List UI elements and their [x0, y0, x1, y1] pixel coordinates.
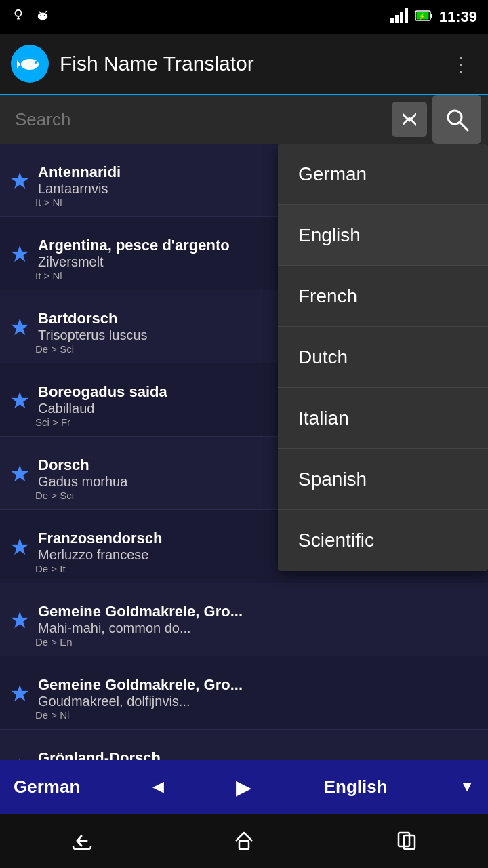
dropdown-item-label: French — [298, 285, 357, 307]
language-dropdown[interactable]: German English French Dutch Italian Span… — [278, 144, 488, 571]
item-badge: De > En — [35, 636, 73, 648]
dropdown-item-label: Spanish — [298, 469, 367, 490]
item-badge: De > Sci — [35, 490, 74, 501]
item-badge: Sci > Fr — [35, 416, 70, 428]
item-badge: It > Nl — [35, 197, 62, 208]
svg-line-7 — [45, 11, 47, 12]
dropdown-item-spanish[interactable]: Spanish — [278, 449, 488, 510]
svg-line-6 — [39, 11, 41, 12]
direction-arrow-icon: ▶ — [236, 775, 251, 799]
search-clear-button[interactable] — [392, 102, 427, 137]
svg-point-3 — [38, 12, 48, 20]
item-sub: Mahi-mahi, common do... — [38, 620, 479, 636]
notification-icon — [11, 8, 26, 26]
svg-point-0 — [15, 9, 21, 16]
star-icon: ★ — [9, 167, 30, 194]
dropdown-item-german[interactable]: German — [278, 144, 488, 205]
item-text: Gemeine Goldmakrele, Gro... Goudmakreel,… — [38, 676, 479, 709]
app-bar: Fish Name Translator ⋮ — [0, 34, 488, 95]
item-name: Gemeine Goldmakrele, Gro... — [38, 676, 479, 694]
overflow-menu-button[interactable]: ⋮ — [446, 47, 477, 81]
battery-icon: ⚡ — [415, 9, 432, 25]
dropdown-item-label: Italian — [298, 408, 349, 429]
svg-rect-9 — [395, 15, 399, 23]
list-item[interactable]: ★ Gemeine Goldmakrele, Gro... Mahi-mahi,… — [0, 583, 488, 656]
android-icon — [35, 8, 50, 26]
bottom-language-bar: German ◀ ▶ English ▼ — [0, 760, 488, 814]
svg-point-5 — [44, 15, 45, 16]
svg-marker-17 — [17, 60, 20, 68]
svg-point-18 — [35, 61, 37, 64]
back-button[interactable] — [47, 821, 115, 861]
app-logo — [11, 45, 49, 83]
item-badge: De > Sci — [35, 343, 74, 355]
star-icon: ★ — [9, 240, 30, 267]
star-icon: ★ — [9, 387, 30, 414]
item-text: Gemeine Goldmakrele, Gro... Mahi-mahi, c… — [38, 603, 479, 636]
svg-point-4 — [40, 15, 41, 16]
dropdown-item-dutch[interactable]: Dutch — [278, 327, 488, 388]
dropdown-item-label: German — [298, 163, 367, 185]
star-icon: ★ — [9, 313, 30, 340]
svg-rect-11 — [405, 8, 408, 23]
recents-button[interactable] — [373, 821, 441, 861]
list-item[interactable]: ★ Gemeine Goldmakrele, Gro... Goudmakree… — [0, 656, 488, 730]
time-display: 11:39 — [439, 8, 477, 26]
home-button[interactable] — [210, 821, 278, 861]
dropdown-item-label: English — [298, 224, 361, 246]
item-sub: Goudmakreel, dolfijnvis... — [38, 694, 479, 709]
svg-line-22 — [460, 123, 468, 130]
svg-rect-8 — [390, 18, 394, 23]
status-right: ⚡ 11:39 — [390, 8, 477, 26]
star-icon: ★ — [9, 533, 30, 560]
star-icon: ★ — [9, 606, 30, 633]
dropdown-item-scientific[interactable]: Scientific — [278, 510, 488, 571]
left-arrow-icon[interactable]: ◀ — [152, 778, 164, 795]
status-left — [11, 8, 50, 26]
svg-text:⚡: ⚡ — [418, 12, 426, 20]
search-input[interactable] — [7, 104, 386, 136]
from-language-label: German — [14, 776, 80, 797]
dropdown-item-label: Scientific — [298, 530, 374, 551]
dropdown-item-english[interactable]: English — [278, 205, 488, 266]
dropdown-item-italian[interactable]: Italian — [278, 388, 488, 449]
search-bar — [0, 95, 488, 144]
svg-rect-23 — [239, 841, 249, 849]
signal-icon — [390, 8, 408, 26]
svg-point-16 — [21, 59, 39, 70]
status-bar: ⚡ 11:39 — [0, 0, 488, 34]
navigation-bar — [0, 814, 488, 868]
item-name: Gemeine Goldmakrele, Gro... — [38, 603, 479, 620]
svg-rect-10 — [400, 12, 403, 23]
search-button[interactable] — [432, 95, 481, 144]
list-container: ★ Antennaridi Lantaarnvis It > Nl ★ Arge… — [0, 144, 488, 814]
dropdown-item-french[interactable]: French — [278, 266, 488, 327]
svg-rect-14 — [430, 14, 432, 18]
app-title: Fish Name Translator — [60, 52, 446, 75]
item-badge: De > It — [35, 563, 66, 574]
to-language-label: English — [324, 776, 388, 797]
item-badge: It > Nl — [35, 270, 62, 281]
dropdown-arrow-icon[interactable]: ▼ — [460, 778, 474, 795]
star-icon: ★ — [9, 460, 30, 487]
dropdown-item-label: Dutch — [298, 347, 348, 368]
item-badge: De > Nl — [35, 709, 69, 721]
star-icon: ★ — [9, 679, 30, 707]
